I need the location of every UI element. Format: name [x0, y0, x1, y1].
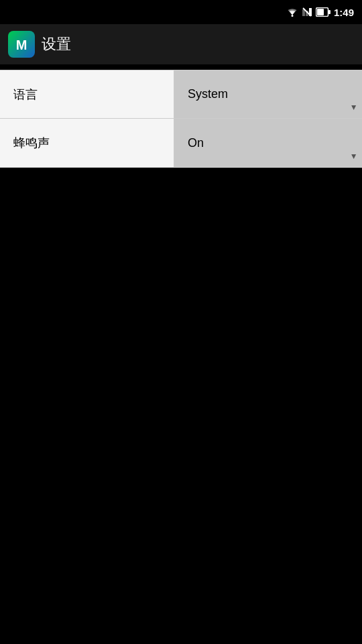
svg-rect-8	[317, 9, 324, 15]
settings-value-beep[interactable]: On	[174, 119, 362, 167]
content-area	[0, 168, 362, 644]
settings-row-beep[interactable]: 蜂鸣声 On	[0, 119, 362, 167]
status-time: 1:49	[334, 7, 354, 18]
settings-label-language: 语言	[0, 70, 174, 118]
app-logo-svg: M	[9, 32, 34, 56]
status-icons: 1:49	[286, 7, 354, 18]
signal-icon	[302, 7, 312, 17]
settings-value-language[interactable]: System	[174, 70, 362, 118]
svg-rect-4	[306, 11, 308, 16]
wifi-icon	[286, 7, 298, 17]
svg-text:M: M	[16, 38, 27, 52]
svg-point-0	[291, 15, 293, 17]
svg-rect-7	[328, 10, 330, 14]
settings-list: 语言 System 蜂鸣声 On	[0, 70, 362, 168]
app-title: 设置	[42, 34, 71, 54]
status-bar: 1:49	[0, 0, 362, 24]
settings-label-beep: 蜂鸣声	[0, 119, 174, 167]
svg-rect-3	[302, 9, 305, 16]
app-logo: M	[8, 31, 35, 58]
battery-icon	[316, 7, 330, 17]
app-bar: M 设置	[0, 24, 362, 64]
settings-row-language[interactable]: 语言 System	[0, 70, 362, 119]
svg-rect-5	[309, 8, 312, 16]
